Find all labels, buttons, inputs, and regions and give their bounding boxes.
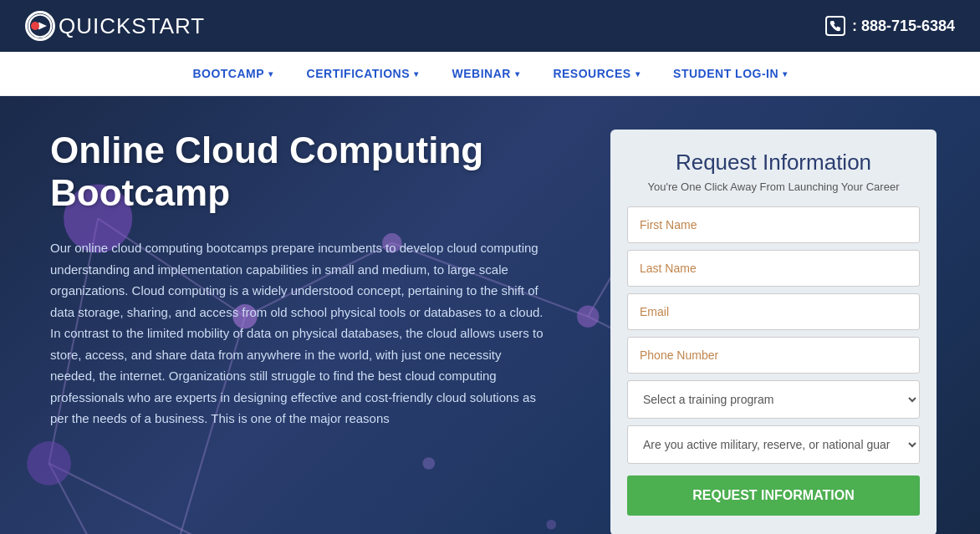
nav-student-login[interactable]: STUDENT LOG-IN ▾	[673, 67, 788, 80]
submit-button[interactable]: REQUEST INFORMATION	[627, 476, 920, 516]
svg-line-8	[49, 463, 245, 534]
hero-title: Online Cloud Computing Bootcamp	[50, 130, 594, 214]
nav-bootcamp[interactable]: BOOTCAMP ▾	[192, 67, 273, 80]
hero-body: Our online cloud computing bootcamps pre…	[50, 237, 544, 430]
hero-content: Online Cloud Computing Bootcamp Our onli…	[50, 130, 594, 430]
main-nav: BOOTCAMP ▾ CERTIFICATIONS ▾ WEBINAR ▾ RE…	[0, 52, 980, 96]
military-status-select[interactable]: Are you active military, reserve, or nat…	[627, 425, 920, 464]
svg-line-6	[49, 463, 147, 534]
svg-point-26	[546, 520, 556, 530]
request-info-form: Request Information You're One Click Awa…	[610, 130, 937, 534]
svg-point-1	[32, 23, 39, 30]
svg-point-17	[27, 441, 71, 486]
chevron-down-icon: ▾	[268, 69, 273, 79]
phone-icon	[825, 16, 845, 36]
header-phone: : 888-715-6384	[825, 16, 955, 36]
last-name-input[interactable]	[627, 250, 920, 287]
chevron-down-icon: ▾	[515, 69, 520, 79]
phone-input[interactable]	[627, 337, 920, 374]
chevron-down-icon: ▾	[783, 69, 788, 79]
chevron-down-icon: ▾	[635, 69, 641, 79]
nav-resources[interactable]: RESOURCES ▾	[553, 67, 640, 80]
nav-webinar[interactable]: WEBINAR ▾	[452, 67, 520, 80]
logo[interactable]: QUICKSTART	[25, 11, 205, 41]
email-input[interactable]	[627, 293, 920, 330]
svg-point-25	[422, 457, 435, 470]
site-header: QUICKSTART : 888-715-6384	[0, 0, 980, 52]
chevron-down-icon: ▾	[414, 69, 419, 79]
nav-certifications[interactable]: CERTIFICATIONS ▾	[307, 67, 419, 80]
training-program-select[interactable]: Select a training program	[627, 380, 920, 419]
logo-icon	[25, 11, 55, 41]
svg-marker-2	[38, 23, 47, 30]
logo-text: QUICKSTART	[59, 13, 205, 39]
first-name-input[interactable]	[627, 206, 920, 243]
hero-section: Online Cloud Computing Bootcamp Our onli…	[0, 96, 980, 534]
form-subtitle: You're One Click Away From Launching You…	[627, 181, 920, 193]
form-title: Request Information	[627, 150, 920, 175]
